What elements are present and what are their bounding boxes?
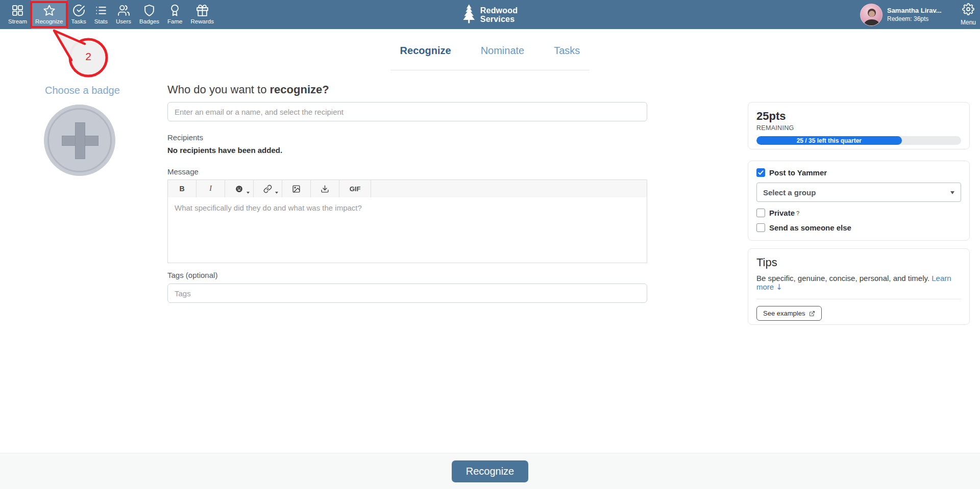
- tags-label: Tags (optional): [167, 271, 217, 279]
- annotation-step-number: 2: [81, 50, 95, 63]
- tips-card: Tips Be specific, genuine, concise, pers…: [748, 248, 970, 325]
- share-options-card: Post to Yammer Select a group Private ? …: [748, 161, 970, 241]
- private-row[interactable]: Private ?: [756, 209, 961, 217]
- sidebar-item-fame[interactable]: Fame: [163, 0, 186, 29]
- recipient-input[interactable]: [167, 102, 647, 121]
- sidebar-item-badges[interactable]: Badges: [135, 0, 163, 29]
- menu-label: Menu: [961, 19, 976, 26]
- chevron-down-icon: [247, 192, 250, 194]
- sidebar-item-recognize[interactable]: Recognize: [31, 0, 67, 29]
- private-label: Private: [769, 209, 795, 217]
- chevron-down-icon: [275, 192, 278, 194]
- annotation-callout: [48, 28, 125, 84]
- points-value: 25pts: [756, 110, 961, 123]
- sidebar-item-stats[interactable]: Stats: [90, 0, 112, 29]
- gift-icon: [196, 4, 209, 17]
- chevron-down-icon: [950, 191, 954, 194]
- grid-icon: [11, 4, 24, 17]
- badge-ring: [47, 108, 112, 172]
- nav-item-label: Tasks: [71, 19, 86, 25]
- down-arrow-icon: ↓: [776, 282, 782, 292]
- choose-badge-title: Choose a badge: [45, 85, 120, 96]
- tab-recognize[interactable]: Recognize: [400, 45, 451, 57]
- link-button[interactable]: [254, 180, 282, 197]
- user-name: Samantha Lirav...: [887, 7, 948, 14]
- nav-item-label: Recognize: [35, 19, 63, 25]
- page-tabs: Recognize Nominate Tasks: [390, 45, 590, 70]
- message-textarea[interactable]: [168, 197, 647, 263]
- medal-icon: [168, 4, 181, 17]
- sidebar-item-stream[interactable]: Stream: [4, 0, 31, 29]
- external-link-icon: [809, 311, 815, 317]
- nav-item-label: Fame: [167, 19, 182, 25]
- tips-title: Tips: [756, 256, 961, 269]
- tips-body: Be specific, genuine, concise, personal,…: [756, 274, 961, 292]
- checkbox-checked-icon[interactable]: [756, 168, 765, 177]
- nav-item-label: Badges: [139, 19, 159, 25]
- user-info[interactable]: Samantha Lirav... Redeem: 36pts: [887, 7, 948, 22]
- footer-bar: Recognize: [0, 453, 980, 489]
- brand-logo[interactable]: Redwood Services: [462, 0, 518, 29]
- points-progress-track: 25 / 35 left this quarter: [756, 136, 961, 145]
- sidebar-item-rewards[interactable]: Rewards: [187, 0, 218, 29]
- points-progress-fill: 25 / 35 left this quarter: [756, 136, 902, 145]
- nav-item-label: Rewards: [191, 19, 214, 25]
- star-icon: [43, 4, 56, 17]
- emoji-button[interactable]: [225, 180, 254, 197]
- user-area: Samantha Lirav... Redeem: 36pts Menu: [860, 0, 976, 29]
- nav-item-label: Users: [116, 19, 131, 25]
- checkbox-unchecked-icon[interactable]: [756, 209, 765, 217]
- see-examples-button[interactable]: See examples: [756, 306, 822, 321]
- checkbox-unchecked-icon[interactable]: [756, 223, 765, 232]
- group-select-value: Select a group: [763, 188, 816, 197]
- tags-input-wrap: [167, 284, 647, 303]
- send-as-label: Send as someone else: [769, 223, 851, 232]
- italic-button[interactable]: I: [197, 180, 225, 197]
- nav-item-label: Stats: [94, 19, 108, 25]
- sidebar-item-tasks[interactable]: Tasks: [67, 0, 90, 29]
- recognize-submit-button[interactable]: Recognize: [452, 460, 528, 482]
- help-question-icon[interactable]: ?: [796, 210, 799, 216]
- group-select[interactable]: Select a group: [756, 183, 961, 202]
- check-circle-icon: [72, 4, 85, 17]
- list-icon: [94, 4, 107, 17]
- add-badge-button[interactable]: [44, 105, 115, 176]
- gear-icon: [962, 3, 974, 17]
- message-toolbar: B I GIF: [167, 179, 647, 198]
- recipient-question: Who do you want to recognize?: [167, 83, 329, 96]
- recipients-label: Recipients: [167, 133, 203, 142]
- points-progress-label: 25 / 35 left this quarter: [797, 137, 862, 144]
- user-redeem-points: Redeem: 36pts: [887, 15, 948, 22]
- brand-name: Redwood Services: [480, 6, 518, 23]
- message-area-wrap: [167, 197, 647, 263]
- points-remaining-label: REMAINING: [756, 124, 961, 132]
- shield-icon: [143, 4, 156, 17]
- upload-button[interactable]: [311, 180, 339, 197]
- plus-icon: [62, 122, 97, 158]
- post-to-yammer-row[interactable]: Post to Yammer: [756, 168, 961, 177]
- recipient-input-wrap: [167, 102, 647, 121]
- tab-tasks[interactable]: Tasks: [554, 45, 580, 57]
- message-label: Message: [167, 167, 199, 176]
- gif-button[interactable]: GIF: [339, 180, 371, 197]
- recipients-empty-text: No recipients have been added.: [167, 146, 282, 155]
- tab-nominate[interactable]: Nominate: [481, 45, 525, 57]
- post-to-yammer-label: Post to Yammer: [769, 168, 827, 177]
- bold-button[interactable]: B: [168, 180, 197, 197]
- avatar[interactable]: [860, 4, 883, 26]
- pine-tree-icon: [462, 4, 476, 26]
- users-icon: [117, 4, 130, 17]
- image-button[interactable]: [282, 180, 311, 197]
- nav-item-label: Stream: [8, 19, 27, 25]
- nav-items: Stream Recognize Tasks Stats Users Badge…: [4, 0, 218, 29]
- tags-input[interactable]: [167, 284, 647, 303]
- top-navbar: Stream Recognize Tasks Stats Users Badge…: [0, 0, 980, 29]
- divider: [756, 299, 961, 299]
- sidebar-item-users[interactable]: Users: [112, 0, 135, 29]
- menu-button[interactable]: Menu: [961, 3, 976, 26]
- send-as-row[interactable]: Send as someone else: [756, 223, 961, 232]
- points-card: 25pts REMAINING 25 / 35 left this quarte…: [748, 102, 970, 149]
